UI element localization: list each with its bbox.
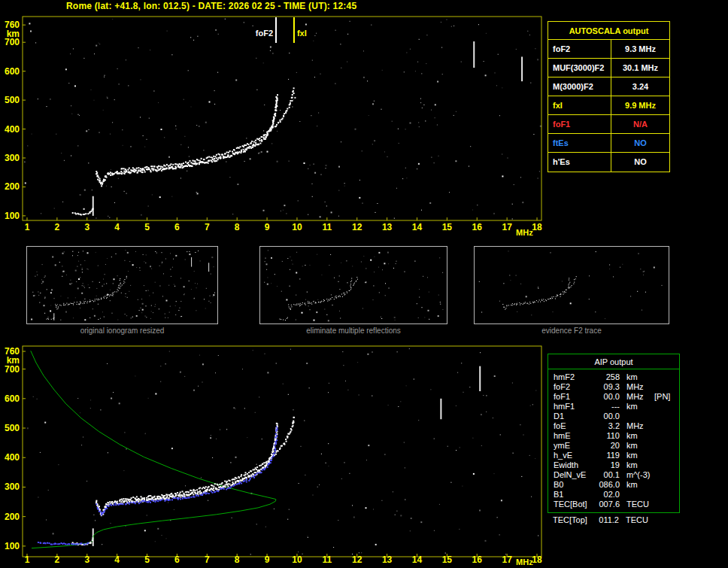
aip-note xyxy=(654,421,679,431)
f2-ordinary-trace xyxy=(96,423,278,516)
f2-extraordinary-trace xyxy=(121,87,295,171)
param-value: NO xyxy=(611,134,669,152)
aip-note xyxy=(654,515,680,525)
param-value: 9.3 MHz xyxy=(611,40,669,58)
e-region-echoes xyxy=(280,318,287,320)
aip-unit: km xyxy=(620,480,654,490)
thumbnail-filtered-ionogram xyxy=(259,246,447,324)
electron-density-profile xyxy=(31,351,276,548)
y-tick-label: 400 xyxy=(5,452,20,463)
aip-row-yme: ymE20km xyxy=(548,441,679,451)
aip-note xyxy=(654,500,679,509)
x-tick-label: 17 xyxy=(502,554,512,565)
thumbnail-original-chart xyxy=(27,247,217,323)
thumbnail-f2-chart xyxy=(475,247,669,323)
aip-note xyxy=(654,460,679,470)
e-region-echoes xyxy=(47,317,55,320)
aip-value: 00.0 xyxy=(595,412,620,421)
thumbnail-filtered-chart xyxy=(260,247,447,323)
x-tick-label: 14 xyxy=(412,222,423,232)
aip-row-delnve: DelN_vE00.1m^(-3) xyxy=(548,470,679,480)
x-tick-label: 11 xyxy=(322,222,332,232)
x-tick-label: 18 xyxy=(532,222,542,232)
param-name: h'Es xyxy=(548,153,611,172)
autoscala-row-ftes: ftEsNO xyxy=(548,134,669,153)
param-value: 9.9 MHz xyxy=(611,96,669,114)
f2-extraordinary-trace xyxy=(63,276,127,305)
aip-note xyxy=(654,480,679,490)
f2-ordinary-trace xyxy=(56,278,121,309)
aip-label: hmF1 xyxy=(548,402,595,412)
y-axis-unit-label: km xyxy=(7,355,20,366)
aip-value: --- xyxy=(595,402,620,412)
aip-unit xyxy=(620,412,654,421)
aip-rows: hmF2258kmfoF209.3MHzfoF100.0MHz[PN]hmF1-… xyxy=(548,372,679,509)
aip-row-fof1: foF100.0MHz[PN] xyxy=(548,392,679,402)
thumbnail-f2-trace xyxy=(474,246,669,324)
aip-value: 011.2 xyxy=(594,515,619,525)
x-tick-label: 13 xyxy=(382,222,393,232)
autoscala-rows: foF29.3 MHzMUF(3000)F230.1 MHzM(3000)F23… xyxy=(548,40,669,172)
y-tick-label: 300 xyxy=(5,481,20,492)
aip-note xyxy=(654,412,679,421)
aip-row-hmf1: hmF1---km xyxy=(548,402,679,412)
fof2-marker: foF2 xyxy=(256,17,276,43)
aip-label: B0 xyxy=(548,480,595,490)
y-tick-label: 600 xyxy=(5,393,20,404)
x-tick-label: 11 xyxy=(322,554,332,565)
x-tick-label: 4 xyxy=(114,222,120,232)
x-tick-label: 1 xyxy=(25,554,30,565)
x-tick-label: 15 xyxy=(442,554,453,565)
param-name: fxI xyxy=(548,96,611,114)
aip-label: foF2 xyxy=(548,382,595,392)
x-tick-label: 6 xyxy=(174,554,180,565)
x-tick-label: 13 xyxy=(382,554,393,565)
aip-unit: km xyxy=(620,431,654,441)
aip-row-fof2: foF209.3MHz xyxy=(548,382,679,392)
plot-border xyxy=(23,346,541,557)
autoscala-output-table: AUTOSCALA output foF29.3 MHzMUF(3000)F23… xyxy=(548,21,670,172)
x-tick-label: 5 xyxy=(144,222,150,232)
thumbnail-original-ionogram xyxy=(26,246,218,324)
aip-label: TEC[Bot] xyxy=(548,500,595,509)
aip-row-tecbot: TEC[Bot]007.6TECU xyxy=(548,500,679,509)
x-tick-label: 15 xyxy=(442,222,453,232)
x-tick-label: 3 xyxy=(84,222,89,232)
aip-value: 119 xyxy=(595,451,620,460)
aip-value: 19 xyxy=(595,460,620,470)
aip-note xyxy=(654,372,679,382)
x-tick-label: 12 xyxy=(352,222,362,232)
thumbnail-caption-filtered: eliminate multiple reflections xyxy=(259,327,447,335)
y-tick-label: 500 xyxy=(5,95,20,105)
aip-value: 20 xyxy=(595,441,620,451)
y-tick-label: 200 xyxy=(5,181,20,192)
aip-row-tectop: TEC[Top]011.2TECU xyxy=(548,515,680,525)
x-tick-label: 17 xyxy=(502,222,512,232)
aip-unit: m^(-3) xyxy=(620,470,654,480)
x-tick-label: 9 xyxy=(265,554,270,565)
aip-unit: MHz xyxy=(620,392,654,402)
x-tick-label: 7 xyxy=(205,222,210,232)
y-tick-label: 600 xyxy=(5,66,20,77)
x-tick-label: 8 xyxy=(235,222,240,232)
thumbnail-caption-original: original ionogram resized xyxy=(26,327,218,335)
x-tick-label: 14 xyxy=(412,554,423,565)
interference-artifacts xyxy=(93,41,522,216)
background-noise xyxy=(264,250,443,321)
x-tick-label: 10 xyxy=(292,554,302,565)
aip-value: 09.3 xyxy=(595,382,620,392)
autoscala-row-m3000f2: M(3000)F23.24 xyxy=(548,77,669,96)
aip-value: 007.6 xyxy=(595,500,620,509)
background-noise xyxy=(31,250,215,320)
autoscala-row-fxi: fxI9.9 MHz xyxy=(548,96,669,115)
y-tick-label: 400 xyxy=(5,124,20,135)
ionogram-chart: 1234567891011121314151617187607006005004… xyxy=(0,12,549,250)
autoscala-table-title: AUTOSCALA output xyxy=(548,22,669,40)
aip-row-b1: B102.0 xyxy=(548,490,679,500)
param-name: M(3000)F2 xyxy=(548,77,611,96)
aip-unit: km xyxy=(620,460,654,470)
aip-footer: TEC[Top]011.2TECU xyxy=(548,515,680,525)
aip-note xyxy=(654,470,679,480)
param-value: 3.24 xyxy=(611,77,669,96)
aip-unit: MHz xyxy=(620,421,654,431)
